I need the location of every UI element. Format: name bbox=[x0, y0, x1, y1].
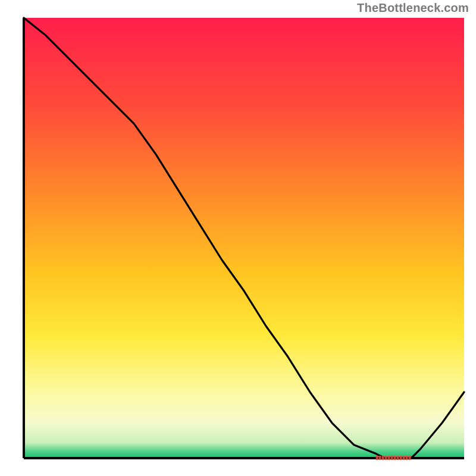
chart-svg bbox=[0, 0, 476, 476]
svg-rect-4 bbox=[388, 456, 390, 460]
svg-rect-5 bbox=[391, 456, 393, 460]
svg-rect-9 bbox=[403, 456, 405, 460]
svg-rect-8 bbox=[400, 456, 402, 460]
svg-rect-11 bbox=[409, 456, 411, 460]
svg-rect-3 bbox=[385, 456, 387, 460]
svg-rect-6 bbox=[394, 456, 396, 460]
svg-rect-1 bbox=[379, 456, 381, 460]
svg-rect-2 bbox=[382, 456, 384, 460]
plot-background bbox=[24, 18, 464, 458]
attribution-label: TheBottleneck.com bbox=[357, 1, 469, 15]
chart-container: TheBottleneck.com bbox=[0, 0, 476, 476]
svg-rect-10 bbox=[406, 456, 408, 460]
svg-rect-7 bbox=[397, 456, 399, 460]
svg-rect-0 bbox=[376, 456, 378, 460]
